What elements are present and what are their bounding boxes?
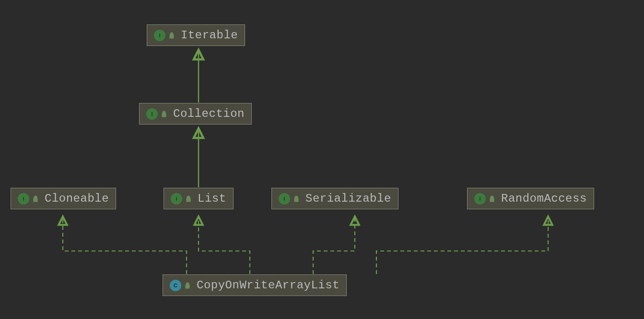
lock-icon [168,32,175,39]
interface-icon: I [18,193,29,205]
lock-icon [489,195,495,202]
node-label: List [198,192,226,205]
node-collection[interactable]: I Collection [139,103,252,125]
interface-icon: I [171,193,182,205]
node-label: Collection [173,107,245,120]
node-label: Cloneable [45,192,109,205]
node-label: Serializable [305,192,391,205]
node-label: RandomAccess [501,192,587,205]
node-label: CopyOnWriteArrayList [197,279,340,292]
lock-icon [161,111,167,117]
node-list[interactable]: I List [164,188,234,209]
class-icon: C [170,280,181,291]
node-cloneable[interactable]: I Cloneable [11,188,116,209]
lock-icon [184,282,191,289]
lock-icon [32,195,39,202]
node-randomaccess[interactable]: I RandomAccess [467,188,594,209]
interface-icon: I [279,193,290,205]
connector-lines [0,0,644,319]
lock-icon [293,195,300,202]
interface-icon: I [146,108,158,120]
node-label: Iterable [181,29,238,42]
interface-icon: I [474,193,486,205]
node-serializable[interactable]: I Serializable [271,188,398,209]
node-copyonwritearraylist[interactable]: C CopyOnWriteArrayList [163,274,347,296]
node-iterable[interactable]: I Iterable [147,24,245,46]
interface-icon: I [154,30,165,41]
lock-icon [185,195,192,202]
